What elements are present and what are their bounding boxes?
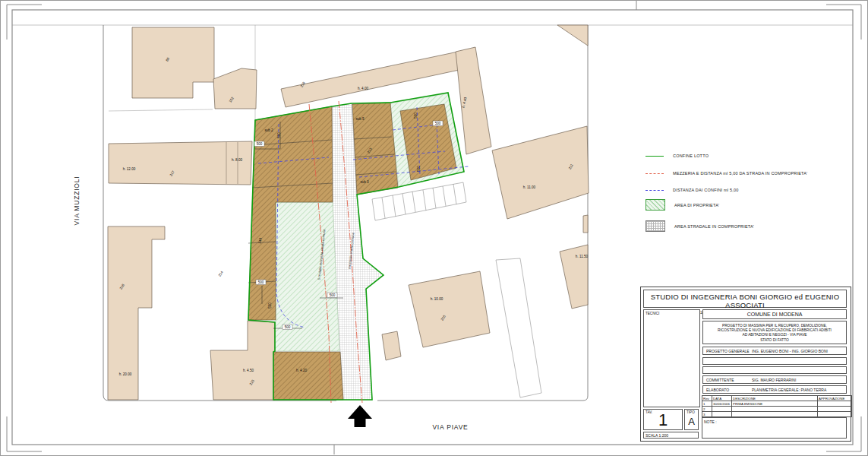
approvazione-cell [818, 401, 852, 407]
data-cell: 30/06/2006 [712, 401, 732, 407]
svg-text:500: 500 [435, 122, 441, 125]
descrizione-cell: PRIMA EMISSIONE [732, 401, 818, 407]
committente-row: COMMITTENTE SIG. MAURO FERRARINI [702, 375, 847, 384]
driveway [496, 258, 541, 397]
legend-label: MEZZERIA E DISTANZA ml 5,00 DA STRADA IN… [673, 171, 807, 176]
legend-item: DISTANZA DAI CONFINI ml 5,00 [645, 188, 738, 192]
tipo-cell: TIPO A [684, 409, 699, 430]
revision-row: 1 30/06/2006 PRIMA EMISSIONE [702, 401, 852, 407]
svg-text:h. 20.00: h. 20.00 [119, 372, 132, 376]
legend-item: AREA STRADALE IN COMPROPRIETA' [645, 220, 754, 232]
legend-item: AREA DI PROPRIETA' [645, 199, 719, 211]
area-proprieta-swatch [645, 199, 665, 211]
note-label: NOTE : [704, 420, 846, 424]
building [382, 331, 401, 360]
rev-cell: 1 [702, 401, 712, 407]
rev-cell: 2 [702, 407, 712, 412]
committente-label: COMMITTENTE [706, 378, 734, 382]
svg-text:500: 500 [268, 302, 272, 309]
empty-row [702, 357, 847, 365]
title-block: STUDIO DI INGEGNERIA BONI GIORGIO ed EUG… [640, 287, 851, 442]
elaborato-value: PLANIMETRIA GENERALE: PIANO TERRA [752, 386, 826, 394]
scala-cell: SCALA 1:200 [643, 432, 699, 439]
svg-text:500: 500 [257, 142, 263, 146]
project-line: STATO DI FATTO [703, 338, 846, 343]
data-cell [712, 412, 732, 417]
property-areas [248, 93, 464, 400]
svg-text:500: 500 [417, 166, 421, 172]
descrizione-header: DESCRIZIONE [732, 396, 818, 401]
data-header: DATA [712, 396, 732, 401]
svg-text:h. 4.50: h. 4.50 [243, 369, 254, 372]
svg-text:sub 3: sub 3 [360, 180, 369, 184]
building [409, 271, 490, 347]
note-cell: NOTE : [702, 417, 847, 439]
svg-text:214: 214 [218, 270, 224, 277]
building [557, 25, 588, 46]
approvazione-cell [818, 412, 852, 417]
building [456, 47, 491, 154]
tipo-label: TIPO [687, 410, 695, 414]
revisions-header-row: Rev DATA DESCRIZIONE APPROVAZIONE [702, 396, 852, 401]
revision-row: 2 [702, 407, 852, 412]
legend: CONFINE LOTTO MEZZERIA E DISTANZA ml 5,0… [645, 150, 858, 240]
svg-text:h. 4.00: h. 4.00 [358, 87, 368, 90]
tipo-value: A [685, 416, 698, 427]
svg-text:h. 4.20: h. 4.20 [296, 369, 307, 372]
tav-number: 1 [644, 410, 682, 430]
confine-lotto-swatch [645, 156, 664, 157]
legend-label: CONFINE LOTTO [673, 154, 709, 158]
progetto-generale-row: PROGETTO GENERALE ING. EUGENIO BONI - IN… [702, 347, 847, 355]
legend-label: AREA DI PROPRIETA' [674, 203, 719, 207]
project-description: PROGETTO DI MASSIMA PER IL RECUPERO, DEM… [702, 321, 847, 344]
via-piave-label: VIA PIAVE [432, 423, 468, 431]
svg-text:500: 500 [258, 280, 264, 284]
svg-text:sub 2: sub 2 [264, 128, 273, 132]
revisions-table: Rev DATA DESCRIZIONE APPROVAZIONE 1 30/0… [702, 395, 847, 416]
title-block-header: STUDIO DI INGEGNERIA BONI GIORGIO ed EUG… [643, 290, 847, 308]
svg-text:500: 500 [285, 325, 291, 329]
building [583, 215, 588, 233]
svg-text:500: 500 [414, 112, 418, 119]
legend-item: MEZZERIA E DISTANZA ml 5,00 DA STRADA IN… [645, 171, 807, 176]
legend-item: CONFINE LOTTO [645, 154, 709, 158]
svg-text:h. 11.50: h. 11.50 [576, 255, 589, 258]
building [132, 27, 214, 98]
svg-text:sub 5: sub 5 [355, 117, 365, 121]
legend-label: AREA STRADALE IN COMPROPRIETA' [674, 224, 754, 229]
tecnici-cell: TECNICI [643, 309, 700, 407]
rev-cell: 3 [702, 412, 712, 417]
elaborato-row: ELABORATO PLANIMETRIA GENERALE: PIANO TE… [702, 385, 847, 394]
elaborato-label: ELABORATO [706, 388, 729, 392]
studio-name: STUDIO DI INGEGNERIA BONI GIORGIO ed EUG… [644, 293, 846, 309]
svg-text:h. 12.00: h. 12.00 [123, 167, 136, 171]
committente-value: SIG. MAURO FERRARINI [752, 376, 796, 384]
tav-cell: TAV. 1 [643, 409, 683, 430]
progetto-generale-value: ING. EUGENIO BONI - ING. GIORGIO BONI [752, 347, 828, 355]
legend-label: DISTANZA DAI CONFINI ml 5,00 [673, 188, 738, 192]
building [492, 126, 589, 219]
svg-text:500: 500 [277, 132, 281, 138]
building [213, 68, 257, 109]
svg-text:h. 10.00: h. 10.00 [431, 297, 443, 301]
area-stradale-swatch [645, 220, 665, 232]
comune-cell: COMUNE DI MODENA [702, 309, 847, 319]
via-muzzioli-label: VIA MUZZIOLI [73, 176, 80, 226]
building [109, 141, 252, 185]
distanza-confini-swatch [645, 190, 664, 191]
svg-text:h. 11.00: h. 11.00 [523, 185, 536, 189]
descrizione-cell [732, 407, 818, 412]
rev-header: Rev [702, 396, 712, 401]
building [108, 226, 165, 400]
south-building [273, 352, 343, 400]
building [210, 321, 275, 400]
north-arrow-icon [348, 405, 372, 427]
approvazione-cell [818, 407, 852, 412]
descrizione-cell [732, 412, 818, 417]
drawing-sheet: { "streets": { "left": "VIA MUZZIOLI", "… [0, 0, 868, 456]
tecnici-label: TECNICI [645, 312, 699, 315]
svg-text:h. 8.00: h. 8.00 [232, 158, 242, 162]
svg-text:500: 500 [330, 293, 336, 297]
approvazione-header: APPROVAZIONE [818, 396, 852, 401]
revision-row: 3 [702, 412, 852, 417]
